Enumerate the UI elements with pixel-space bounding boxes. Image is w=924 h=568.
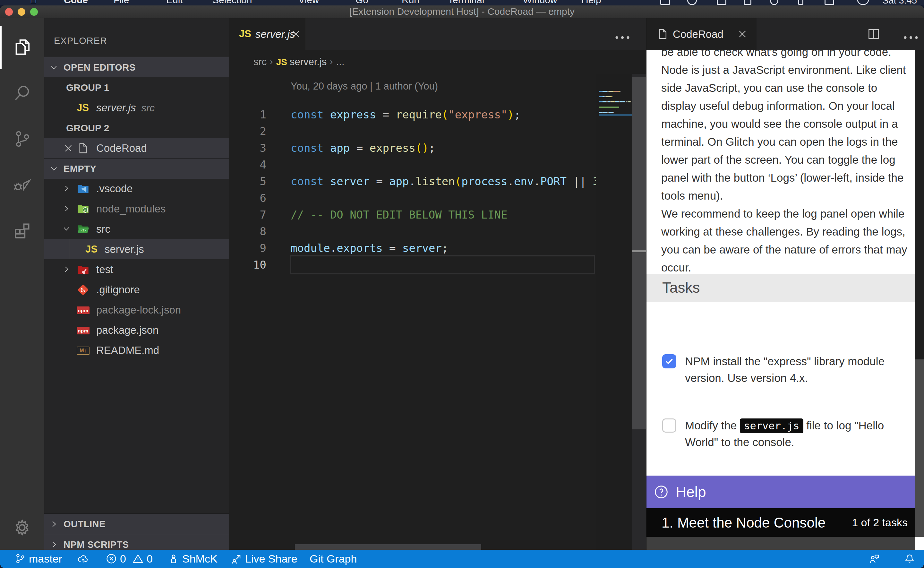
line-number: 6 [229, 190, 266, 206]
statusbar-problems[interactable]: 00 [105, 550, 153, 568]
statusbar-live-share[interactable]: Live Share [231, 550, 297, 568]
editor-group-1: JS server.js src›JSserver.js›... You, 20… [229, 18, 646, 550]
code-line-9: module.exports = server; [291, 240, 448, 257]
status-bar: master00ShMcKLive ShareGit Graph [0, 550, 924, 568]
menu-selection[interactable]: Selection [213, 0, 252, 6]
menubar-status-icon[interactable] [770, 0, 778, 5]
tree-item-src[interactable]: </> src [44, 219, 229, 239]
statusbar-sync[interactable] [77, 550, 89, 568]
statusbar-branch[interactable]: master [14, 550, 62, 568]
open-editor-item-server-js[interactable]: JS server.js src [44, 98, 229, 118]
statusbar-git-graph[interactable]: Git Graph [310, 550, 357, 568]
task-checkbox-unchecked[interactable] [662, 418, 676, 433]
tree-item-package-lock-json[interactable]: npm package-lock.json [44, 300, 229, 320]
close-editor-icon[interactable] [63, 143, 74, 154]
menubar-status-icon[interactable] [717, 0, 727, 5]
webview-scrollbar[interactable] [915, 50, 924, 555]
activity-run-debug[interactable] [0, 163, 44, 207]
menu-window[interactable]: Window [523, 0, 557, 6]
code-line-1: const express = require("express"); [291, 106, 521, 123]
menubar-clock[interactable]: Sat 3:45 PM [882, 0, 924, 6]
editor1-more-actions-icon[interactable] [613, 18, 632, 50]
open-editor-item-coderoad[interactable]: CodeRoad [44, 138, 229, 158]
editor-vertical-scrollbar-slider[interactable] [632, 77, 646, 429]
lesson-title-bar[interactable]: 1. Meet the Node Console 1 of 2 tasks [647, 508, 915, 537]
breadcrumb-folder[interactable]: src [253, 56, 267, 67]
menubar-status-icon[interactable] [825, 0, 834, 5]
tree-item-test[interactable]: test [44, 259, 229, 279]
statusbar-feedback[interactable] [868, 550, 880, 568]
warning-count: 0 [147, 553, 153, 565]
menu-file[interactable]: File [113, 0, 129, 6]
menubar-status-icon[interactable] [660, 0, 670, 5]
js-file-icon: JS [239, 27, 252, 41]
lesson-text: be able to check what's going on in your… [661, 50, 912, 276]
line-number: 8 [229, 223, 266, 240]
indent-guide [69, 239, 70, 259]
open-editors-group-label: GROUP 2 [44, 118, 229, 138]
statusbar-notifications[interactable] [903, 550, 916, 568]
menu-edit[interactable]: Edit [166, 0, 183, 6]
editor-vertical-scrollbar[interactable] [632, 74, 646, 550]
code-line-7: // -- DO NOT EDIT BELOW THIS LINE [291, 206, 508, 223]
menu-view[interactable]: View [298, 0, 319, 6]
tree-item--vscode[interactable]: .vscode [44, 178, 229, 199]
editor1-tab-bar: JS server.js [229, 18, 646, 50]
tab-close-icon[interactable] [290, 28, 301, 40]
menu-help[interactable]: Help [581, 0, 601, 6]
activity-source-control[interactable] [0, 118, 44, 161]
menubar-status-icon[interactable] [798, 0, 803, 5]
tree-item--gitignore[interactable]: .gitignore [44, 279, 229, 300]
folder-src-open-icon: </> [77, 223, 89, 236]
title-bar[interactable]: [Extension Development Host] - CodeRoad … [0, 6, 924, 18]
lesson-paragraph: We recommend to keep the log panel open … [661, 205, 912, 276]
macos-menu-bar: CodeFileEditSelectionViewGoRunTerminalW… [0, 0, 924, 6]
help-bar[interactable]: Help [647, 476, 915, 508]
open-editors-group-label: GROUP 1 [44, 77, 229, 98]
menu-code[interactable]: Code [64, 0, 88, 6]
chevron-right-icon [62, 204, 71, 213]
menubar-status-icon[interactable] [744, 0, 751, 5]
activity-extensions[interactable] [0, 209, 44, 253]
chevron-right-icon [49, 540, 59, 549]
activity-search[interactable] [0, 71, 44, 115]
tree-item-readme-md[interactable]: M↓ README.md [44, 340, 229, 360]
menu-terminal[interactable]: Terminal [448, 0, 484, 6]
menu-run[interactable]: Run [402, 0, 419, 6]
tab-close-icon[interactable] [737, 28, 748, 40]
js-icon: JS [85, 243, 98, 256]
codelens-blame[interactable]: You, 20 days ago | 1 author (You) [291, 79, 438, 94]
menubar-status-icon[interactable] [687, 0, 697, 5]
git-icon [77, 283, 89, 296]
breadcrumb-symbol[interactable]: ... [336, 56, 345, 67]
section-open-editors[interactable]: OPEN EDITORS [44, 57, 229, 77]
npm-icon: npm [77, 304, 89, 316]
task-checkbox-checked[interactable] [662, 354, 676, 369]
tab-server-js[interactable]: JS server.js [229, 18, 305, 50]
code-editor[interactable]: You, 20 days ago | 1 author (You) 123456… [229, 74, 596, 550]
minimap[interactable] [596, 74, 632, 550]
error-count: 0 [120, 553, 126, 565]
split-editor-icon[interactable] [867, 18, 881, 50]
file-icon [76, 142, 89, 155]
tree-item-package-json[interactable]: npm package.json [44, 320, 229, 340]
tree-item-node-modules[interactable]: js node_modules [44, 199, 229, 219]
tasks-header-band: Tasks [647, 274, 915, 302]
editor2-more-actions-icon[interactable] [901, 18, 921, 50]
current-line-highlight [290, 255, 595, 274]
webview-scrollbar-slider[interactable] [915, 360, 924, 537]
minimap-line [599, 107, 619, 108]
section-workspace-empty[interactable]: EMPTY [44, 158, 229, 179]
activity-settings[interactable] [0, 506, 44, 550]
tree-item-server-js[interactable]: JS server.js [44, 239, 229, 259]
line-number: 10 [229, 257, 266, 273]
tab-coderoad[interactable]: CodeRoad [647, 18, 757, 50]
section-outline[interactable]: OUTLINE [44, 514, 229, 534]
statusbar-account[interactable]: ShMcK [167, 550, 217, 568]
apple-menu[interactable]:  [30, 0, 37, 6]
menubar-status-icon[interactable] [857, 0, 869, 5]
activity-explorer[interactable] [0, 26, 44, 69]
menu-go[interactable]: Go [356, 0, 368, 6]
breadcrumb-file[interactable]: server.js [290, 56, 327, 67]
breadcrumb[interactable]: src›JSserver.js›... [253, 50, 638, 74]
